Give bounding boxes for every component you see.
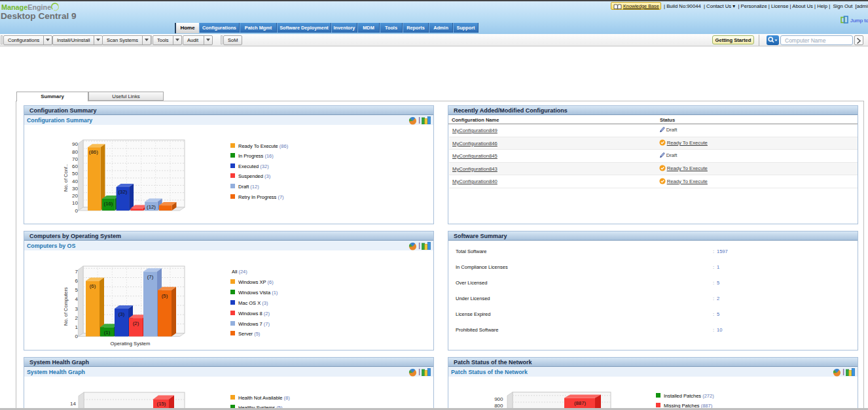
svg-text:90: 90 bbox=[72, 141, 78, 147]
svg-text:(16): (16) bbox=[104, 201, 113, 207]
svg-text:70: 70 bbox=[72, 156, 78, 162]
svg-text:900: 900 bbox=[494, 396, 503, 402]
svg-text:(5): (5) bbox=[162, 293, 168, 299]
svg-text:4: 4 bbox=[75, 296, 79, 302]
svg-text:(1): (1) bbox=[104, 330, 111, 335]
svg-text:(15): (15) bbox=[157, 401, 166, 407]
svg-text:0: 0 bbox=[75, 333, 79, 339]
svg-text:(2): (2) bbox=[133, 320, 139, 326]
svg-text:0: 0 bbox=[75, 208, 79, 214]
svg-text:60: 60 bbox=[72, 163, 78, 169]
svg-text:20: 20 bbox=[72, 193, 78, 199]
svg-text:(32): (32) bbox=[118, 189, 127, 195]
svg-text:2: 2 bbox=[75, 315, 79, 321]
svg-text:80: 80 bbox=[72, 149, 78, 155]
svg-text:(3): (3) bbox=[118, 311, 125, 317]
svg-text:5: 5 bbox=[75, 287, 79, 293]
svg-text:10: 10 bbox=[72, 200, 78, 206]
svg-text:7: 7 bbox=[75, 269, 79, 275]
svg-text:30: 30 bbox=[72, 186, 78, 192]
svg-text:3: 3 bbox=[75, 306, 79, 312]
svg-text:50: 50 bbox=[72, 171, 78, 177]
svg-text:(7): (7) bbox=[147, 274, 154, 280]
svg-text:(887): (887) bbox=[574, 400, 587, 406]
svg-text:(86): (86) bbox=[89, 149, 98, 155]
svg-text:6: 6 bbox=[75, 278, 79, 284]
svg-text:(12): (12) bbox=[147, 204, 156, 210]
svg-text:14: 14 bbox=[70, 401, 76, 407]
svg-text:Operating System: Operating System bbox=[111, 341, 151, 347]
svg-text:40: 40 bbox=[72, 179, 78, 184]
svg-text:1: 1 bbox=[75, 324, 79, 330]
svg-text:(6): (6) bbox=[90, 283, 96, 289]
